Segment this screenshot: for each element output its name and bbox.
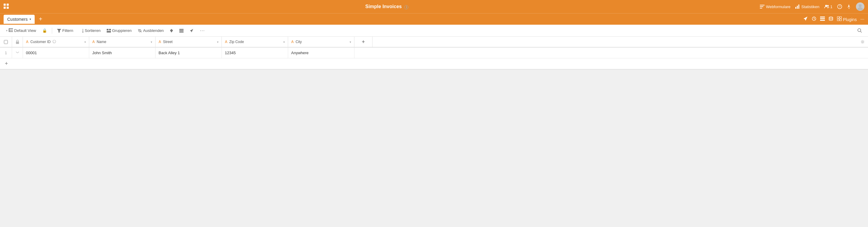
add-tab-button[interactable]: + <box>37 15 44 23</box>
sort-button[interactable]: Sortieren <box>77 27 103 34</box>
column-header-zip-code[interactable]: A Zip Code ▾ <box>222 37 288 47</box>
group-button[interactable]: Gruppieren <box>104 27 134 34</box>
svg-rect-22 <box>840 17 841 19</box>
sort-label: Sortieren <box>85 28 101 33</box>
hide-button[interactable]: Ausblenden <box>135 27 166 34</box>
avatar[interactable] <box>856 2 864 11</box>
more-options-icon[interactable]: ··· <box>861 17 864 22</box>
bell-button[interactable] <box>847 4 851 9</box>
fields-icon[interactable] <box>820 17 825 22</box>
row-expander[interactable] <box>12 47 23 58</box>
city-sort-icon[interactable]: ▾ <box>350 40 351 44</box>
column-header-city[interactable]: A City ▾ <box>288 37 354 47</box>
svg-rect-36 <box>179 29 184 30</box>
svg-rect-1 <box>7 4 9 6</box>
svg-line-40 <box>861 31 862 33</box>
database-icon[interactable] <box>829 16 833 22</box>
svg-rect-31 <box>109 29 111 30</box>
diamond-button[interactable] <box>167 27 176 34</box>
svg-rect-2 <box>4 7 6 9</box>
svg-point-11 <box>827 5 829 7</box>
svg-rect-41 <box>16 41 19 44</box>
header-lock[interactable] <box>12 37 23 47</box>
zip-type-icon: A <box>225 40 227 44</box>
cell-street[interactable]: Back Alley 1 <box>156 47 222 58</box>
customers-tab[interactable]: Customers ▾ <box>4 15 35 24</box>
svg-marker-29 <box>57 29 61 33</box>
column-header-name[interactable]: A Name ▾ <box>89 37 156 47</box>
svg-text:?: ? <box>839 5 841 8</box>
column-header-street[interactable]: A Street ▾ <box>156 37 222 47</box>
header-checkbox[interactable] <box>0 37 12 47</box>
svg-point-20 <box>829 17 833 18</box>
svg-rect-25 <box>9 28 13 29</box>
filter-label: Filtern <box>62 28 73 33</box>
street-label: Street <box>163 40 173 44</box>
svg-rect-23 <box>837 19 839 21</box>
svg-rect-37 <box>179 30 184 31</box>
tab-chevron-icon: ▾ <box>30 18 31 21</box>
add-row-icon: + <box>4 61 8 67</box>
city-label: City <box>296 40 302 44</box>
svg-rect-38 <box>179 32 184 33</box>
more-toolbar-button[interactable]: ··· <box>197 27 207 35</box>
share-icon[interactable] <box>803 16 808 22</box>
svg-rect-26 <box>9 30 13 30</box>
filter-button[interactable]: Filtern <box>55 27 76 34</box>
customer-id-sort-icon[interactable]: ▾ <box>84 40 86 44</box>
table-row[interactable]: 1 00001 John Smith Back Alley 1 12345 An… <box>0 47 868 58</box>
users-button[interactable]: 1 <box>824 4 832 9</box>
svg-rect-3 <box>7 7 9 9</box>
search-button[interactable] <box>855 27 864 34</box>
history-icon[interactable] <box>812 16 816 22</box>
svg-rect-8 <box>797 6 798 9</box>
zip-sort-icon[interactable]: ▾ <box>283 40 285 44</box>
svg-rect-6 <box>760 8 762 8</box>
statistiken-button[interactable]: Statistiken <box>795 4 819 9</box>
add-column-button[interactable]: + <box>354 37 373 47</box>
cell-name[interactable]: John Smith <box>89 47 156 58</box>
cell-zip-code[interactable]: 12345 <box>222 47 288 58</box>
lock-view-button[interactable]: 🔒 <box>40 27 50 34</box>
svg-point-10 <box>825 5 827 7</box>
svg-text:i: i <box>54 41 54 43</box>
svg-rect-7 <box>795 7 796 9</box>
select-all-checkbox[interactable] <box>4 40 8 44</box>
table-container: A Customer ID i ▾ A Name ▾ A Street ▾ A … <box>0 37 868 69</box>
row-number: 1 <box>0 47 12 58</box>
name-label: Name <box>97 40 106 44</box>
svg-rect-18 <box>820 18 825 19</box>
svg-rect-17 <box>820 17 825 18</box>
separator-1 <box>52 28 52 34</box>
app-info-icon[interactable]: ℹ <box>404 5 408 9</box>
add-row-button[interactable]: + <box>0 58 868 69</box>
tab-bar: Customers ▾ + Plugins ··· <box>0 13 868 25</box>
webformulare-button[interactable]: Webformulare <box>760 4 790 9</box>
table-settings-button[interactable] <box>857 37 868 47</box>
empty-area <box>0 69 868 218</box>
column-header-customer-id[interactable]: A Customer ID i ▾ <box>23 37 89 47</box>
share-table-button[interactable] <box>187 27 196 34</box>
svg-rect-19 <box>820 20 825 21</box>
city-type-icon: A <box>291 40 294 44</box>
svg-marker-35 <box>170 29 173 33</box>
cell-city[interactable]: Anywhere <box>288 47 354 58</box>
svg-rect-4 <box>760 5 765 5</box>
plugins-button[interactable]: Plugins <box>837 16 857 22</box>
svg-rect-9 <box>798 4 799 9</box>
customer-id-info-icon[interactable]: i <box>53 40 56 44</box>
rows-button[interactable] <box>177 28 186 34</box>
svg-rect-30 <box>107 29 108 30</box>
svg-rect-28 <box>9 28 9 32</box>
view-dropdown[interactable]: ▾ Default View <box>4 27 38 34</box>
svg-rect-14 <box>849 8 849 9</box>
name-sort-icon[interactable]: ▾ <box>151 40 152 44</box>
app-grid-icon[interactable] <box>4 4 9 10</box>
street-sort-icon[interactable]: ▾ <box>217 40 218 44</box>
svg-point-39 <box>858 29 861 32</box>
nav-right: Webformulare Statistiken 1 ? <box>760 2 864 11</box>
customer-id-label: Customer ID <box>30 40 51 44</box>
help-button[interactable]: ? <box>837 4 842 9</box>
cell-customer-id[interactable]: 00001 <box>23 47 89 58</box>
svg-rect-0 <box>4 4 6 6</box>
